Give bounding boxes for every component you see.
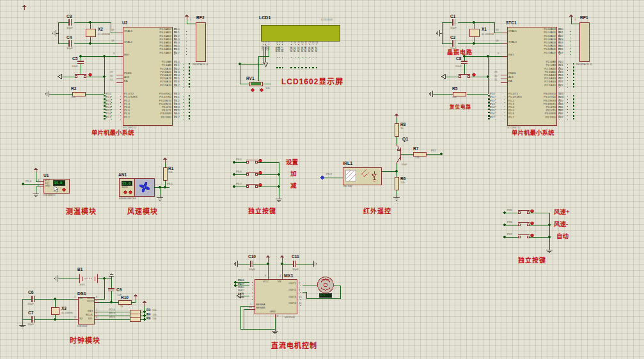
ref-c2: C2 xyxy=(450,35,455,40)
pin-name: XTAL2 xyxy=(508,41,517,44)
title-lcd: LCD1602显示屏 xyxy=(281,78,343,86)
net-p32: P32 xyxy=(431,149,436,153)
ref-x2: X2 xyxy=(98,27,103,31)
key-label-auto: 自动 xyxy=(556,233,569,240)
reset-indicator-left[interactable] xyxy=(89,73,92,77)
pin-name: SCLK xyxy=(86,314,93,317)
pin-num: 19 xyxy=(496,29,498,31)
pin-num: 19 xyxy=(111,29,114,31)
fan-plus-control[interactable] xyxy=(129,191,132,194)
key-auto[interactable] xyxy=(518,235,530,238)
mcu-left-p3-out: 10P3.011P3.112P3.213P3.314P3.415P3.516P3… xyxy=(174,93,188,119)
ir-wires xyxy=(320,113,443,200)
net-key: P3.6 xyxy=(236,171,242,174)
mx1508-out-names: OUT1OUT2OUT3OUT4 xyxy=(275,282,296,309)
pot-increase-control[interactable] xyxy=(260,89,263,92)
temp-adjust-control[interactable] xyxy=(63,188,66,192)
net-ds1302: P2.2 xyxy=(109,312,115,316)
key-label-set: 设置 xyxy=(286,159,298,165)
mcu-right-p1-in: P1.0/T2P1.1/T2EXP1.2P1.3P1.4P1.5P1.6P1.7 xyxy=(508,93,530,119)
mcu-left-p3-in: P3.0/RXDP3.1/TXDP3.2/INT0P3.3/INT1P3.4/T… xyxy=(147,93,171,119)
key-speed-down[interactable] xyxy=(518,223,530,226)
label-reset-circuit: 复位电路 xyxy=(450,105,471,110)
dc-motor[interactable] xyxy=(318,277,334,293)
pin-name: VCC2 xyxy=(87,300,94,303)
ref-c9: C9 xyxy=(116,287,122,292)
ref-c10: C10 xyxy=(248,254,256,259)
part-u1: DS18B20 xyxy=(43,194,55,197)
mouse-cursor xyxy=(54,185,58,192)
ref-b1: B1 xyxy=(77,267,82,271)
ref-r2: R2 xyxy=(71,86,76,91)
reset-indicator-right[interactable] xyxy=(473,73,476,77)
val-r1: 10k xyxy=(168,171,173,174)
ref-c3: C3 xyxy=(67,14,72,19)
val-r9: 10k xyxy=(152,317,157,321)
reset-button-left[interactable] xyxy=(75,75,86,78)
ref-x3: X3 xyxy=(61,306,67,310)
reset-button-right[interactable] xyxy=(459,75,470,78)
title-mcu-right: 单片机最小系统 xyxy=(512,130,554,136)
pin-name: PSEN xyxy=(124,72,132,75)
mcu-left-p2-in: P2.0/A8P2.1/A9P2.2/A10P2.3/A11P2.4/A12P2… xyxy=(147,61,171,88)
key-label-speed-up: 风速+ xyxy=(554,209,570,215)
pin-name: I/O xyxy=(88,317,92,321)
label-crystal-circuit: 晶振电路 xyxy=(447,50,473,56)
mcu-left-p1-out: P1.01P1.12P1.23P1.34P1.45P1.56P1.67P1.78 xyxy=(106,93,122,119)
fan-display: 55.0 xyxy=(122,181,132,186)
mcu-left-p0-out: 39P0.0238P0.1337P0.2436P0.3535P0.4634P0.… xyxy=(174,28,195,55)
ref-r3: R3 xyxy=(146,309,150,312)
pin-name: ALE xyxy=(508,76,514,79)
pot-decrease-control[interactable] xyxy=(251,89,255,92)
ref-r7: R7 xyxy=(413,146,418,151)
pin-name: GND xyxy=(45,185,50,187)
keys-right-wires xyxy=(503,210,552,252)
pin-num: 5 xyxy=(96,309,97,311)
mcu-right-p0-out: 39P00238P01337P02436P03535P04634P05733P0… xyxy=(558,28,579,55)
key-label-minus: 减 xyxy=(290,183,297,189)
pin-name: SENSB xyxy=(256,307,265,310)
ref-mx1: MX1 xyxy=(284,273,293,279)
mcu-right-p1-out: P101P112P123P134P145P156P167P178 xyxy=(490,93,507,119)
net-p3_2: P3.2 xyxy=(326,173,332,176)
val-c5: 10uF xyxy=(72,65,78,68)
fan-minus-control[interactable] xyxy=(124,191,127,194)
pin-num: 31 xyxy=(494,79,497,81)
net-key: P35 xyxy=(507,209,512,212)
fan-unit: km/hr xyxy=(122,187,128,189)
logic-tag xyxy=(320,176,325,180)
mcu-right-p0-in: P0.0/AD0P0.1/AD1P0.2/AD2P0.3/AD3P0.4/AD4… xyxy=(531,28,556,55)
val-x3: 32.768kHz xyxy=(61,312,73,314)
key-speed-up[interactable] xyxy=(518,211,530,214)
ref-c6: C6 xyxy=(28,290,33,294)
ref-c1: C1 xyxy=(450,14,455,19)
part-rp1: RESPACK-8 xyxy=(576,63,592,66)
pin-num: 30 xyxy=(110,75,113,77)
fan-icon xyxy=(139,181,150,193)
ref-r10: R10 xyxy=(121,295,129,300)
title-ir: 红外遥控 xyxy=(363,208,391,215)
ref-irl1: IRL1 xyxy=(343,161,352,166)
net-key: P37 xyxy=(507,233,512,236)
pin-num: 29 xyxy=(110,71,113,73)
schematic-canvas: 34.0 55.0 0.0 U2 STC89C52 C3 30pF C4 30p… xyxy=(0,0,644,359)
net-p3_1: P3.1 xyxy=(167,183,173,186)
key-plus[interactable] xyxy=(246,172,258,176)
val-r6: 12k xyxy=(400,181,405,185)
pin-num: 3 xyxy=(74,316,75,319)
val-r4: 10k xyxy=(152,314,157,317)
rp2-pin1: 1 xyxy=(190,19,191,21)
val-c3: 30pF xyxy=(67,27,73,30)
key-label-speed-down: 风速- xyxy=(554,221,568,227)
mcu-right-p3-in: P3.0/RXDP3.1/TXDP3.2/INT0P3.3/INT1P3.4/T… xyxy=(531,93,556,119)
pin-num: 7 xyxy=(96,312,97,315)
ref-an1: AN1 xyxy=(118,172,127,177)
mx1508-out-nums: 231314 xyxy=(299,282,305,309)
pin-num: 9 xyxy=(498,52,499,55)
pin-name: PSEN xyxy=(508,72,516,75)
key-set[interactable] xyxy=(246,160,258,164)
ref-stc1: STC1 xyxy=(506,20,517,25)
ref-c7: C7 xyxy=(28,310,33,315)
net-key: P3.7 xyxy=(236,183,242,186)
key-minus[interactable] xyxy=(246,185,258,188)
